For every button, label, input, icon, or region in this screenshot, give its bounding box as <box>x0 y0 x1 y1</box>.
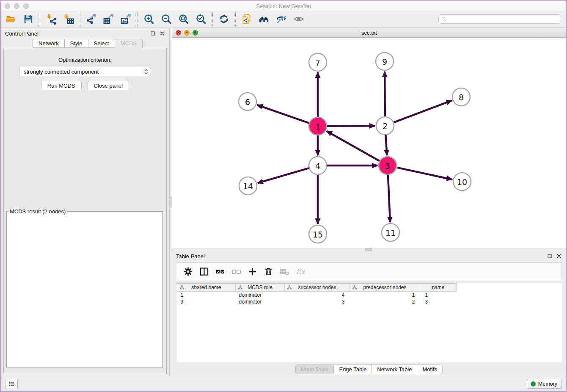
edge-3-11[interactable] <box>388 175 390 222</box>
cell-mcds-role[interactable]: dominator <box>236 292 285 298</box>
edge-2-8[interactable] <box>394 100 452 122</box>
node-14[interactable]: 14 <box>239 177 257 195</box>
tab-style[interactable]: Style <box>64 39 88 48</box>
run-mcds-button[interactable]: Run MCDS <box>41 81 82 90</box>
export-image-button[interactable] <box>119 12 133 26</box>
close-panel-action-button[interactable]: Close panel <box>88 81 129 90</box>
node-10[interactable]: 10 <box>453 173 471 190</box>
save-session-icon <box>23 14 34 25</box>
dropdown-selected-value: strongly connected component <box>24 69 99 75</box>
column-label: successor nodes <box>298 284 336 290</box>
node-7[interactable]: 7 <box>309 53 327 71</box>
tab-mcds[interactable]: MCDS <box>115 39 143 48</box>
zoom-out-button[interactable] <box>160 12 173 26</box>
tab-select[interactable]: Select <box>88 39 115 48</box>
tab-node-table[interactable]: Node Table <box>296 365 334 374</box>
export-table-button[interactable] <box>102 12 116 26</box>
node-11[interactable]: 11 <box>382 224 399 241</box>
edge-3-10[interactable] <box>397 168 452 179</box>
delete-table-icon <box>280 267 289 276</box>
memory-label: Memory <box>538 381 557 387</box>
tab-motifs[interactable]: Motifs <box>417 365 442 374</box>
deselect-all-rows-icon <box>231 267 241 276</box>
tab-network-table[interactable]: Network Table <box>372 365 417 374</box>
edge-2-3[interactable] <box>385 135 387 155</box>
search-box <box>438 14 561 24</box>
memory-button[interactable]: Memory <box>527 379 562 389</box>
node-2[interactable]: 2 <box>376 117 394 135</box>
save-session-button[interactable] <box>22 12 35 26</box>
close-panel-button[interactable] <box>159 30 165 36</box>
cell-name[interactable]: 3 <box>420 298 457 305</box>
cell-shared-name[interactable]: 1 <box>177 292 236 298</box>
search-input[interactable] <box>438 14 561 24</box>
cell-successor-nodes[interactable]: 4 <box>285 292 350 298</box>
node-8[interactable]: 8 <box>452 88 470 106</box>
cell-name[interactable]: 1 <box>420 292 457 298</box>
network-window-titlebar: ✕ − + scc.txt <box>172 28 566 38</box>
edge-3-1[interactable] <box>327 131 380 161</box>
network-canvas[interactable]: 7968124314101511 <box>172 38 566 248</box>
task-history-button[interactable] <box>5 379 18 389</box>
table-tabs-bar: Node TableEdge TableNetwork TableMotifs <box>172 362 566 376</box>
node-4[interactable]: 4 <box>309 157 327 174</box>
toolbar-separator <box>40 12 40 26</box>
vertical-splitter[interactable] <box>169 28 172 376</box>
hierarchy-icon <box>179 285 184 290</box>
edge-2-9[interactable] <box>385 72 385 116</box>
float-panel-button[interactable] <box>150 30 156 36</box>
edge-4-14[interactable] <box>258 168 309 183</box>
tab-edge-table[interactable]: Edge Table <box>333 365 372 374</box>
node-15[interactable]: 15 <box>309 225 327 243</box>
open-file-button[interactable] <box>4 12 18 26</box>
app-window: Session: New Session Control Panel Netwo… <box>0 0 567 392</box>
export-table-icon <box>103 14 114 25</box>
toolbar-separator <box>80 12 80 26</box>
tab-network[interactable]: Network <box>33 39 65 48</box>
node-3[interactable]: 3 <box>379 157 396 174</box>
zoom-fit-button[interactable] <box>177 12 190 26</box>
table-panel: Table Panel shared nameMCDS rolesuccesso… <box>172 251 566 376</box>
optimization-criterion-dropdown[interactable]: strongly connected component <box>19 67 151 76</box>
cell-shared-name[interactable]: 3 <box>177 298 236 305</box>
node-table-grid: shared nameMCDS rolesuccessor nodesprede… <box>177 283 457 305</box>
zoom-selected-button[interactable] <box>194 12 208 26</box>
horizontal-splitter-handle[interactable] <box>365 248 372 251</box>
column-header-predecessor-nodes[interactable]: predecessor nodes <box>350 284 420 292</box>
edge-1-6[interactable] <box>257 105 309 123</box>
column-settings-icon <box>183 267 193 276</box>
hide-selected-button[interactable] <box>275 12 288 26</box>
add-column-button[interactable] <box>246 265 259 278</box>
node-1[interactable]: 1 <box>309 117 327 135</box>
toggle-columns-button[interactable] <box>198 265 210 278</box>
node-6[interactable]: 6 <box>239 93 256 110</box>
column-header-mcds-role[interactable]: MCDS role <box>236 284 285 292</box>
network-window-title: scc.txt <box>172 30 566 36</box>
deselect-all-rows-button[interactable] <box>230 265 242 278</box>
float-icon <box>150 31 155 36</box>
import-table-button[interactable] <box>62 12 75 26</box>
column-header-shared-name[interactable]: shared name <box>177 284 236 292</box>
node-9[interactable]: 9 <box>376 52 394 70</box>
cell-successor-nodes[interactable]: 3 <box>285 298 350 305</box>
first-neighbors-button[interactable] <box>257 12 271 26</box>
export-network-button[interactable] <box>85 12 98 26</box>
copy-network-button[interactable] <box>240 12 253 26</box>
select-all-rows-button[interactable] <box>214 265 226 278</box>
column-header-name[interactable]: name <box>420 284 457 292</box>
zoom-in-button[interactable] <box>142 12 156 26</box>
column-settings-button[interactable] <box>182 265 194 278</box>
import-network-button[interactable] <box>44 12 58 26</box>
node-label: 7 <box>315 58 320 67</box>
column-header-successor-nodes[interactable]: successor nodes <box>285 284 350 292</box>
close-table-panel-button[interactable] <box>556 253 562 259</box>
float-table-panel-button[interactable] <box>547 253 553 259</box>
import-table-icon <box>63 14 74 25</box>
cell-predecessor-nodes[interactable]: 2 <box>350 298 420 305</box>
cell-mcds-role[interactable]: dominator <box>236 298 285 305</box>
update-network-button[interactable] <box>217 12 231 26</box>
edge-1-2[interactable] <box>327 126 375 126</box>
horizontal-splitter[interactable] <box>172 248 566 251</box>
cell-predecessor-nodes[interactable]: 1 <box>350 292 420 298</box>
delete-columns-button[interactable] <box>262 265 275 278</box>
